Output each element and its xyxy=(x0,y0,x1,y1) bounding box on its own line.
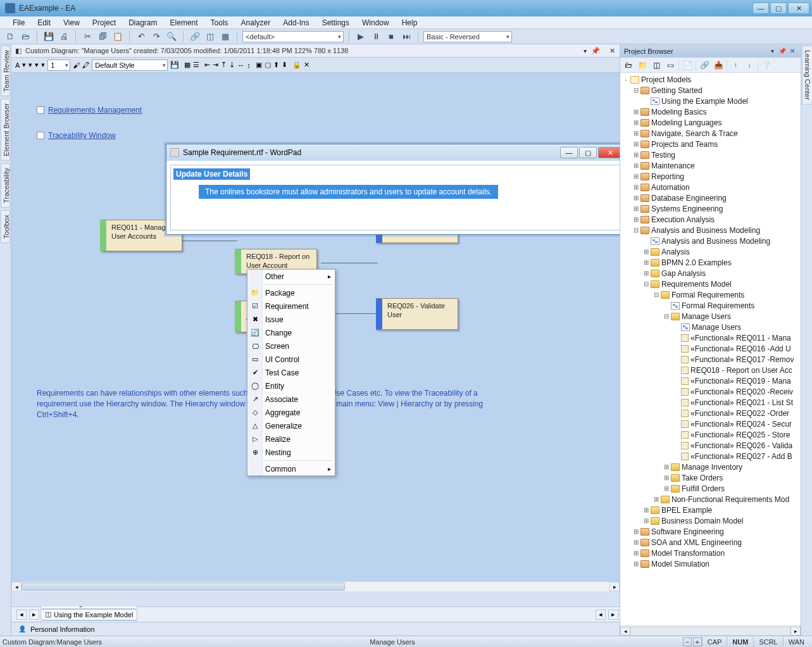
tree-node[interactable]: ⊞Gap Analysis xyxy=(621,268,801,279)
back-icon[interactable]: ⬇ xyxy=(282,61,287,69)
menu-file[interactable]: File xyxy=(6,17,31,28)
scroll-left-icon[interactable]: ◂ xyxy=(11,582,22,591)
ctx-item-nesting[interactable]: ⊕Nesting xyxy=(247,446,335,459)
diagram-close-icon[interactable]: ✕ xyxy=(607,46,617,56)
ctx-item-change[interactable]: 🔄Change xyxy=(247,326,335,339)
lefttab-traceability[interactable]: Traceability xyxy=(1,163,10,208)
tree-node[interactable]: ⊞Fulfill Orders xyxy=(621,483,801,494)
pb-newpkg-icon[interactable]: 📁 xyxy=(637,60,648,71)
tab-scroll-right2[interactable]: ▸ xyxy=(608,610,618,620)
tab-scroll-left2[interactable]: ◂ xyxy=(596,610,606,620)
diagram-tab-usingtheexamplemodel[interactable]: ◫Using the Example Model xyxy=(41,609,137,620)
group-icon[interactable]: ▣ xyxy=(256,61,262,69)
ctx-item-associate[interactable]: ↗Associate xyxy=(247,393,335,406)
tree-node[interactable]: ⊞Non-Functional Requirements Mod xyxy=(621,494,801,505)
menu-help[interactable]: Help xyxy=(396,17,424,28)
next-icon[interactable]: ⏭ xyxy=(400,30,413,43)
menu-diagram[interactable]: Diagram xyxy=(122,17,163,28)
delete-icon[interactable]: ✕ xyxy=(304,61,309,69)
pb-newmodel-icon[interactable]: 🗁 xyxy=(623,60,634,71)
align-icon[interactable]: ☰ xyxy=(193,61,199,69)
tree-node[interactable]: ⊞Analysis xyxy=(621,246,801,257)
wordpad-body[interactable]: Update User Details The onlines bookstor… xyxy=(170,165,620,230)
open-icon[interactable]: 🗁 xyxy=(19,30,32,43)
tree-node[interactable]: ⊞Model Simulation xyxy=(621,558,801,569)
ctx-item-testcase[interactable]: ✔Test Case xyxy=(247,366,335,379)
chevron-down-icon[interactable]: ▾ xyxy=(584,47,587,54)
sameh-icon[interactable]: ↕ xyxy=(247,61,251,69)
tab-scroll-left[interactable]: ◂ xyxy=(16,610,27,620)
font-color-icon[interactable]: ▾ xyxy=(22,61,26,69)
perspective-combo[interactable]: <default> xyxy=(242,31,344,42)
tree-node[interactable]: ⊞Manage Inventory xyxy=(621,462,801,472)
ctx-item-generalize[interactable]: △Generalize xyxy=(247,419,335,432)
tree-node[interactable]: «Functional» REQ021 - List St xyxy=(621,397,801,408)
new-icon[interactable]: 🗋 xyxy=(4,30,16,43)
menu-project[interactable]: Project xyxy=(86,17,122,28)
tree-node[interactable]: ⊞Projects and Teams xyxy=(621,139,801,149)
tree-node[interactable]: ⊞Navigate, Search & Trace xyxy=(621,128,801,139)
tree-node[interactable]: ⊞Database Engineering xyxy=(621,192,801,203)
personal-info-tab[interactable]: 👤 Personal Information xyxy=(11,622,620,636)
ctx-item-package[interactable]: 📁Package xyxy=(247,286,335,299)
ctx-item-screen[interactable]: 🖵Screen xyxy=(247,339,335,353)
stop-icon[interactable]: ■ xyxy=(385,30,397,43)
pb-newdiag-icon[interactable]: ◫ xyxy=(651,60,662,71)
pb-dropdown-icon[interactable]: ▾ xyxy=(768,47,777,56)
tree-node[interactable]: ⊞BPEL Example xyxy=(621,505,801,515)
menu-analyzer[interactable]: Analyzer xyxy=(235,17,277,28)
tree-node[interactable]: ⊟Manage Users xyxy=(621,311,801,322)
tree-node[interactable]: ⊞Execution Analysis xyxy=(621,214,801,225)
font-bold-icon[interactable]: A xyxy=(15,61,20,69)
minimize-button[interactable]: — xyxy=(753,3,769,14)
save-icon[interactable]: 💾 xyxy=(42,30,55,43)
undo-icon[interactable]: ↶ xyxy=(135,30,147,43)
lefttab-teamreview[interactable]: Team Review xyxy=(1,46,10,96)
tree-node[interactable]: «Functional» REQ019 - Mana xyxy=(621,375,801,386)
tree-node[interactable]: ⊞Model Transformation xyxy=(621,548,801,558)
tree-node[interactable]: «Functional» REQ022 -Order xyxy=(621,408,801,418)
menu-element[interactable]: Element xyxy=(164,17,204,28)
maximize-button[interactable]: ▢ xyxy=(770,3,787,14)
tree-node[interactable]: Manage Users xyxy=(621,322,801,332)
window-icon[interactable]: ▦ xyxy=(219,30,232,43)
tree-node[interactable]: ⊞SOA and XML Engineering xyxy=(621,537,801,548)
pb-newelem-icon[interactable]: ▭ xyxy=(665,60,676,71)
style-combo[interactable]: Default Style xyxy=(92,60,168,71)
context-menu[interactable]: Other📁Package☑Requirement✖Issue🔄Change🖵S… xyxy=(247,269,335,476)
tree-node[interactable]: ⊞Maintenance xyxy=(621,160,801,171)
close-button[interactable]: ✕ xyxy=(788,3,809,14)
tree-node[interactable]: ⊞Software Engineering xyxy=(621,526,801,537)
wordpad-window[interactable]: Sample Requirement.rtf - WordPad — ▢ ✕ U… xyxy=(166,144,620,235)
pb-link-icon[interactable]: 🔗 xyxy=(699,60,710,71)
ungroup-icon[interactable]: ▢ xyxy=(265,61,271,69)
tree-node[interactable]: Formal Requirements xyxy=(621,300,801,311)
tree-node[interactable]: «Functional» REQ020 -Receiv xyxy=(621,386,801,397)
menu-settings[interactable]: Settings xyxy=(316,17,356,28)
cut-icon[interactable]: ✂ xyxy=(81,30,94,43)
alignr-icon[interactable]: ⇥ xyxy=(213,61,218,69)
ctx-item-uicontrol[interactable]: ▭UI Control xyxy=(247,353,335,366)
diagram-icon[interactable]: ◫ xyxy=(204,30,216,43)
link-icon[interactable]: 🔗 xyxy=(189,30,201,43)
samew-icon[interactable]: ↔ xyxy=(237,61,244,69)
wordpad-close-button[interactable]: ✕ xyxy=(598,147,620,158)
tree-node[interactable]: Using the Example Model xyxy=(621,96,801,106)
project-browser-tree[interactable]: -Project Models⊟Getting StartedUsing the… xyxy=(620,73,801,625)
menu-edit[interactable]: Edit xyxy=(31,17,57,28)
scroll-right-icon[interactable]: ▸ xyxy=(609,582,620,591)
menu-tools[interactable]: Tools xyxy=(204,17,235,28)
zoom-combo[interactable]: Basic - Reversed xyxy=(423,31,512,42)
wordpad-title-bar[interactable]: Sample Requirement.rtf - WordPad — ▢ ✕ xyxy=(166,144,620,161)
tree-node[interactable]: ⊞BPMN 2.0 Examples xyxy=(621,257,801,268)
alignl-icon[interactable]: ⇤ xyxy=(204,61,210,69)
tree-node[interactable]: ⊞Testing xyxy=(621,149,801,160)
ctx-item-realize[interactable]: ▷Realize xyxy=(247,432,335,446)
tree-node[interactable]: REQ018 - Report on User Acc xyxy=(621,365,801,375)
tree-node[interactable]: ⊞Modeling Languages xyxy=(621,117,801,128)
righttab-learningcenter[interactable]: Learning Center xyxy=(802,46,812,104)
menu-addins[interactable]: Add-Ins xyxy=(277,17,315,28)
tree-node[interactable]: «Functional» REQ027 - Add B xyxy=(621,451,801,462)
tree-node[interactable]: «Functional» REQ025 - Store xyxy=(621,429,801,440)
ctx-item-requirement[interactable]: ☑Requirement xyxy=(247,299,335,313)
